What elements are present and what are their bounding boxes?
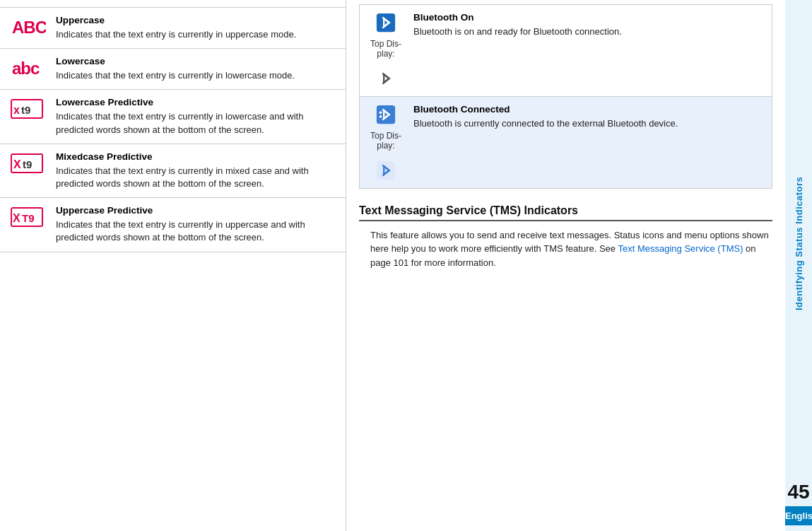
svg-text:X: X xyxy=(13,212,20,224)
mixedcase-predictive-desc: Indicates that the text entry is current… xyxy=(56,165,337,190)
uppercase-icon: ABC xyxy=(8,15,47,37)
bluetooth-connected-icon-col: Top Dis-play: xyxy=(368,104,404,181)
bluetooth-connected-row: Top Dis-play: Bluetooth Connected Blueto… xyxy=(360,97,772,188)
bluetooth-on-text: Bluetooth On Bluetooth is on and ready f… xyxy=(413,12,763,38)
mixedcase-predictive-icon: X t9 xyxy=(8,151,47,175)
svg-text:X: X xyxy=(13,158,21,170)
svg-text:abc: abc xyxy=(12,59,40,78)
svg-rect-11 xyxy=(377,13,395,32)
bluetooth-connected-title: Bluetooth Connected xyxy=(413,104,763,115)
svg-text:t9: t9 xyxy=(23,158,32,170)
right-sidebar: Identifying Status Indicators 45 English xyxy=(785,0,812,531)
sidebar-language: English xyxy=(785,506,812,525)
right-panel: Top Dis-play: Bluetooth On Bluetooth is … xyxy=(346,0,785,531)
bluetooth-on-icon-top xyxy=(375,12,396,33)
lowercase-desc: Indicates that the text entry is current… xyxy=(56,69,337,82)
svg-text:T9: T9 xyxy=(22,212,35,224)
tms-section: Text Messaging Service (TMS) Indicators … xyxy=(359,204,772,270)
uppercase-desc: Indicates that the text entry is current… xyxy=(56,28,337,41)
indicator-row-uppercase-predictive: X T9 Uppercase Predictive Indicates that… xyxy=(0,198,346,252)
indicator-row-lowercase: abc Lowercase Indicates that the text en… xyxy=(0,49,346,90)
indicator-row-mixedcase-predictive: X t9 Mixedcase Predictive Indicates that… xyxy=(0,144,346,198)
svg-text:x: x xyxy=(13,104,20,116)
uppercase-title: Uppercase xyxy=(56,15,337,25)
bluetooth-table: Top Dis-play: Bluetooth On Bluetooth is … xyxy=(359,4,772,189)
sidebar-rotated-text: Identifying Status Indicators xyxy=(794,6,804,481)
indicator-row-lowercase-predictive: x t9 Lowercase Predictive Indicates that… xyxy=(0,90,346,144)
tms-heading: Text Messaging Service (TMS) Indicators xyxy=(359,204,772,221)
mixedcase-predictive-text: Mixedcase Predictive Indicates that the … xyxy=(56,151,337,190)
bluetooth-connected-icon-top xyxy=(375,104,396,125)
svg-point-16 xyxy=(379,111,382,114)
svg-rect-18 xyxy=(377,161,395,179)
svg-rect-14 xyxy=(377,105,395,124)
bluetooth-on-icon-bottom xyxy=(375,68,396,89)
bluetooth-connected-desc: Bluetooth is currently connected to the … xyxy=(413,117,763,130)
svg-point-17 xyxy=(379,115,382,118)
svg-text:t9: t9 xyxy=(21,104,30,116)
lowercase-predictive-desc: Indicates that the text entry is current… xyxy=(56,110,337,136)
sidebar-page-number: 45 xyxy=(787,481,809,506)
tms-link[interactable]: Text Messaging Service (TMS) xyxy=(618,243,743,254)
uppercase-predictive-icon: X T9 xyxy=(8,205,47,229)
bluetooth-on-row: Top Dis-play: Bluetooth On Bluetooth is … xyxy=(360,5,772,97)
bluetooth-on-desc: Bluetooth is on and ready for Bluetooth … xyxy=(413,25,763,38)
uppercase-text: Uppercase Indicates that the text entry … xyxy=(56,15,337,41)
svg-text:ABC: ABC xyxy=(12,18,46,37)
lowercase-text: Lowercase Indicates that the text entry … xyxy=(56,56,337,82)
lowercase-predictive-title: Lowercase Predictive xyxy=(56,97,337,107)
bluetooth-connected-icon-bottom xyxy=(375,160,396,181)
tms-body: This feature allows you to send and rece… xyxy=(359,228,772,270)
bluetooth-connected-top-display-label: Top Dis-play: xyxy=(370,131,401,151)
lowercase-icon: abc xyxy=(8,56,47,78)
lowercase-predictive-icon: x t9 xyxy=(8,97,47,121)
left-panel: ABC Uppercase Indicates that the text en… xyxy=(0,0,346,531)
main-content: ABC Uppercase Indicates that the text en… xyxy=(0,0,812,531)
uppercase-predictive-text: Uppercase Predictive Indicates that the … xyxy=(56,205,337,244)
mixedcase-predictive-title: Mixedcase Predictive xyxy=(56,151,337,162)
lowercase-predictive-text: Lowercase Predictive Indicates that the … xyxy=(56,97,337,136)
lowercase-title: Lowercase xyxy=(56,56,337,66)
indicator-row-uppercase: ABC Uppercase Indicates that the text en… xyxy=(0,7,346,49)
bluetooth-connected-text: Bluetooth Connected Bluetooth is current… xyxy=(413,104,763,130)
uppercase-predictive-desc: Indicates that the text entry is current… xyxy=(56,218,337,244)
bluetooth-on-top-display-label: Top Dis-play: xyxy=(370,39,401,59)
uppercase-predictive-title: Uppercase Predictive xyxy=(56,205,337,216)
bluetooth-on-title: Bluetooth On xyxy=(413,12,763,23)
bluetooth-on-icon-col: Top Dis-play: xyxy=(368,12,404,89)
